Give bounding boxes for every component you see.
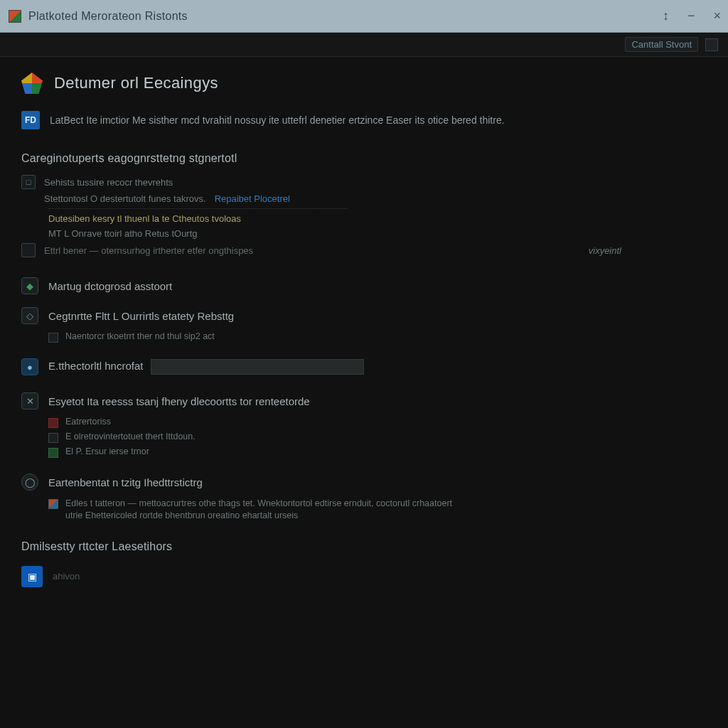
toolbar-action[interactable]: Canttall Stvont: [625, 37, 698, 52]
page-title: Detumer orl Eecaingys: [54, 74, 218, 92]
section-earten-body: Edles t tatteron — mettoacrurtres othe t…: [65, 498, 464, 522]
app-icon: [9, 10, 21, 23]
content-area: Detumer orl Eecaingys FD LatBect Ite imc…: [0, 57, 728, 728]
page-info-text: LatBect Ite imctior Me sisther mcd tvrah…: [50, 114, 505, 126]
toolbar: Canttall Stvont: [0, 33, 728, 57]
categories-row-5-side: vixyeintl: [589, 245, 621, 256]
shield-icon: ◆: [21, 277, 38, 294]
section-ethect-title: E.tthectorltl hncrofat: [48, 359, 364, 375]
section-esyetot-title: Esyetot Ita reesss tsanj fheny dlecoortt…: [48, 395, 310, 407]
gray-square-icon: [48, 433, 58, 443]
bottom-app-icon[interactable]: ▣: [21, 566, 43, 587]
red-square-icon: [48, 418, 58, 428]
globe-icon: ●: [21, 358, 38, 375]
divider: [48, 208, 347, 209]
categories-row-2a: Stettontosl O destertutolt funes takrovs…: [44, 193, 206, 204]
picture-icon: [48, 499, 58, 509]
checkbox-icon[interactable]: [21, 243, 36, 257]
section-ethect-input[interactable]: [151, 359, 364, 375]
section-dmils-title: Dmilsestty rttcter Laesetihors: [21, 540, 707, 553]
green-square-icon: [48, 448, 58, 458]
section-martug-title: Martug dctogrosd asstoort: [48, 280, 172, 292]
section-ethect-label: E.tthectorltl hncrofat: [48, 360, 143, 372]
categories-row-3: Dutesiben kesry tl thuenl la te Ctheutos…: [48, 213, 707, 224]
titlebar: Platkoted Merorateon Ristonts ↕ − ×: [0, 0, 728, 33]
toolbar-menu-icon[interactable]: [705, 38, 718, 51]
section-cegtn-sub: Naentorcr tkoetrrt ther nd thul sip2 act: [65, 331, 215, 341]
crossbox-icon: ✕: [21, 392, 38, 410]
page-hero-icon: [21, 73, 43, 94]
categories-row-2-link[interactable]: Repaibet Plocetrel: [215, 193, 290, 204]
diamond-icon: ◇: [21, 307, 38, 324]
esyetot-item-3: El P. Ersur ierse trnor: [65, 446, 149, 456]
section-cegtn-title: Cegtnrtte Fltt L Ourrirtls etatety Rebst…: [48, 310, 234, 322]
small-square-icon[interactable]: [48, 333, 58, 343]
section-earten-title: Eartenbentat n tzitg Ihedttrstictrg: [48, 476, 203, 488]
window-title: Platkoted Merorateon Ristonts: [28, 10, 188, 23]
info-badge-icon: FD: [21, 111, 40, 129]
close-button[interactable]: ×: [713, 9, 721, 23]
section-categories-title: Careginotuperts eagognrsttetng stgnertot…: [21, 152, 707, 165]
bottom-app-label: ahivon: [53, 571, 80, 582]
categories-row-4: MT L Onrave ttoirl atho Retus tOurtg: [48, 228, 707, 239]
restore-button[interactable]: ↕: [663, 9, 669, 23]
square-icon[interactable]: □: [21, 175, 36, 189]
categories-row-5: Ettrl bener — oternsurhog irtherter etfe…: [44, 245, 253, 256]
categories-row-1: Sehists tussire recocr thevrehts: [44, 177, 173, 188]
esyetot-item-1: Eatrertoriss: [65, 417, 111, 427]
minimize-button[interactable]: −: [687, 9, 695, 23]
section-categories: Careginotuperts eagognrsttetng stgnertot…: [21, 152, 707, 257]
esyetot-item-2: E olretrovintertotuet thert Ittdoun.: [65, 432, 196, 441]
circle-icon: ◯: [21, 473, 38, 491]
